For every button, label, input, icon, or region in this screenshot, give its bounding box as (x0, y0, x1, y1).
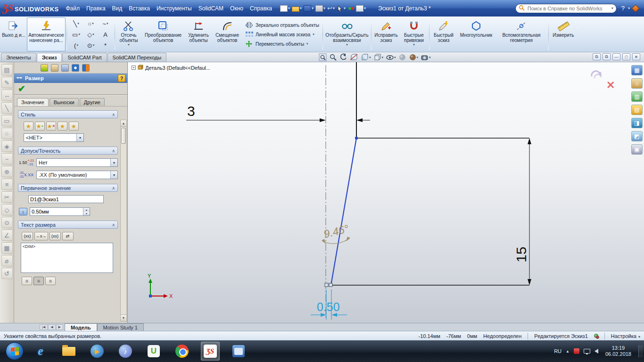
line-tool-icon[interactable]: ╲▾ (69, 18, 83, 29)
polygon-button[interactable]: Многоугольник (457, 17, 495, 51)
menu-edit[interactable]: Правка (83, 3, 109, 14)
panel-help-button[interactable]: ? (118, 74, 125, 82)
dimension-angle-text[interactable]: 9.46° (322, 222, 350, 240)
feature-manager-tab-icon[interactable] (41, 64, 48, 72)
ellipse-tool-icon[interactable]: ◇▾ (83, 29, 98, 40)
offset-icon[interactable]: ⊙ (1, 217, 13, 228)
doc-previous-window-icon[interactable]: ⧉ (593, 53, 601, 60)
tolerance-type-dropdown[interactable]: Нет ▼ (36, 158, 118, 167)
delete-style-button[interactable]: ★✕ (46, 122, 56, 131)
dimension-width-text[interactable]: 3 (187, 103, 195, 119)
point-tool-icon[interactable]: * (98, 40, 113, 51)
create-style-button[interactable]: ★ (24, 122, 33, 131)
save-button[interactable]: ▾ (304, 5, 314, 12)
ok-checkmark-button[interactable]: ✔ (18, 83, 25, 94)
tolerance-section-header[interactable]: Допуск/Точность∧ (18, 147, 118, 155)
tab-solidcam-operations[interactable]: SolidCAM Переходы (107, 53, 167, 62)
dimension-value-field[interactable] (30, 208, 83, 215)
doc-close-icon[interactable]: ✕ (632, 53, 640, 60)
rectangle-icon[interactable]: ▭ (1, 115, 13, 126)
inspection-dimension-button[interactable]: (xx) (50, 232, 61, 240)
offset-text-button[interactable]: ⇄ (62, 232, 74, 240)
itunes-taskbar-icon[interactable]: ♪ (116, 342, 135, 361)
hidden-icons-arrow-icon[interactable]: ▲ (566, 349, 570, 354)
dimension-bottom-text[interactable]: 0.50 (317, 300, 340, 313)
doc-restore-icon[interactable]: □ (622, 53, 630, 60)
options-button[interactable]: ▾ (356, 5, 366, 12)
chrome-taskbar-icon[interactable] (173, 342, 191, 361)
extend-entities-button[interactable]: Удлинить объекты (185, 17, 212, 51)
tab-sketch[interactable]: Эскиз (37, 53, 62, 62)
tab-scroll-first-icon[interactable]: |◀ (40, 324, 48, 330)
justify-left-button[interactable]: ≡ (22, 277, 32, 285)
tab-motion-study[interactable]: Motion Study 1 (97, 323, 144, 331)
fillet-icon[interactable]: ∠ (1, 230, 13, 241)
construction-geometry-button[interactable]: Вспомогательная геометрия (495, 17, 547, 51)
design-library-tab-icon[interactable]: ⌂ (631, 78, 643, 89)
search-input[interactable] (527, 5, 609, 12)
auto-dimension-button[interactable]: Автоматическое нанесение ра... (27, 17, 66, 51)
doc-next-window-icon[interactable]: ⧉ (603, 53, 611, 60)
endpoint-handle[interactable] (325, 283, 328, 287)
rectangle-tool-icon[interactable]: ▭▾ (69, 29, 83, 40)
search-tab-icon[interactable]: ▤ (631, 105, 643, 115)
zoom-area-icon[interactable] (329, 53, 337, 61)
justify-center-button[interactable]: ≡ (33, 277, 44, 285)
dimension-height[interactable]: 15 (513, 138, 531, 285)
circle-icon[interactable]: ○ (1, 128, 13, 139)
rebuild-button[interactable] (347, 5, 354, 12)
linear-pattern-button[interactable]: Линейный массив эскиза ▾ (245, 31, 319, 38)
select-tool-button[interactable]: ▾ (337, 5, 346, 12)
menu-help[interactable]: Справка (247, 3, 275, 14)
notes-app-taskbar-icon[interactable] (229, 342, 248, 361)
dimension-text-section-header[interactable]: Текст размера∧ (18, 221, 118, 229)
sketch-canvas[interactable]: 3 15 9.46° 0.50 (128, 62, 644, 323)
tab-features[interactable]: Элементы (1, 53, 36, 62)
scroll-down-icon[interactable]: ▼ (121, 314, 126, 321)
spline-icon[interactable]: ~ (1, 153, 13, 165)
style-dropdown-caret-icon[interactable]: ▼ (76, 134, 83, 141)
view-orientation-icon[interactable]: ▾ (361, 53, 371, 61)
view-settings-icon[interactable]: ▾ (421, 53, 431, 61)
explorer-taskbar-icon[interactable] (59, 342, 78, 361)
tab-other[interactable]: Другие (80, 98, 105, 106)
primary-value-section-header[interactable]: Первичное значение∧ (18, 184, 118, 192)
custom-properties-tab-icon[interactable]: ▣ (631, 144, 643, 155)
search-scope-caret-icon[interactable]: ▾ (611, 6, 613, 10)
appearances-tab-icon[interactable]: ◩ (631, 131, 643, 141)
property-manager-tab-icon[interactable] (51, 64, 58, 72)
tab-leaders[interactable]: Выноски (50, 98, 79, 106)
utorrent-taskbar-icon[interactable]: U (144, 342, 163, 361)
quick-snaps-caret-icon[interactable]: ▾ (413, 43, 415, 47)
display-style-icon[interactable]: ▾ (373, 53, 384, 61)
solidworks-resources-tab-icon[interactable]: ▦ (631, 65, 643, 75)
media-player-taskbar-icon[interactable]: ▶ (88, 342, 107, 361)
offset-entities-button[interactable]: Смещение объектов (212, 17, 242, 51)
add-parenthesis-button[interactable]: (xx) (22, 232, 33, 240)
slot-tool-icon[interactable]: ⊙▾ (83, 40, 98, 51)
customize-menu[interactable]: Настройка ▾ (611, 333, 640, 339)
circle-tool-icon[interactable]: ○▾ (83, 18, 98, 29)
override-value-icon[interactable]: ↕ (19, 208, 27, 215)
centerline-icon[interactable]: ≡ (1, 179, 13, 190)
center-dimension-button[interactable]: ←x→ (34, 232, 48, 240)
section-view-icon[interactable] (350, 53, 358, 61)
internet-explorer-taskbar-icon[interactable]: e (31, 342, 50, 361)
menu-view[interactable]: Вид (109, 3, 126, 14)
save-style-button[interactable]: ★ (58, 122, 67, 131)
load-style-button[interactable]: ★ (69, 122, 79, 131)
start-button[interactable] (6, 342, 24, 360)
mirror-icon[interactable]: ◇ (1, 204, 13, 215)
display-manager-tab-icon[interactable] (82, 64, 90, 72)
edit-appearance-icon[interactable] (398, 53, 406, 61)
cancel-x-icon[interactable]: ✕ (606, 79, 615, 91)
style-dropdown[interactable]: <НЕТ> ▼ (24, 133, 84, 142)
precision-dropdown[interactable]: .XX (По умолчанию) ▼ (36, 171, 118, 179)
doc-minimize-icon[interactable]: — (612, 53, 620, 60)
graphics-viewport[interactable]: + Деталь3 (Default<<Defaul... 3 (127, 62, 644, 323)
quick-snaps-button[interactable]: Быстрые привязки ▾ (400, 17, 428, 51)
dimxpert-manager-tab-icon[interactable] (72, 64, 79, 72)
apply-scene-icon[interactable]: ▾ (409, 53, 419, 61)
solidworks-taskbar-icon[interactable]: ƷS (201, 342, 220, 361)
show-hide-relations-button[interactable]: Отобразить/Скрыть взаимосвязи ▾ (324, 17, 370, 51)
